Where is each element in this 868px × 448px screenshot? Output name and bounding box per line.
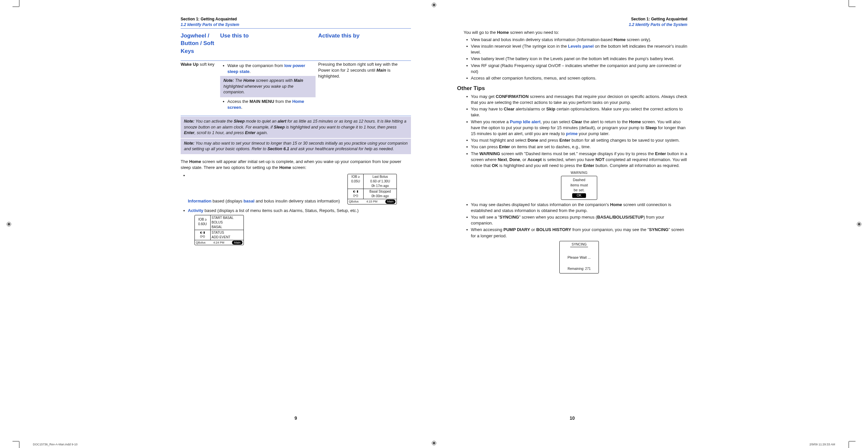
need-bullet-5: Access all other companion functions, me… — [471, 75, 687, 81]
tip-2: You may have to Clear alerts/alarms or S… — [471, 106, 687, 118]
footer-filename: DOC15736_Rev-A-Man.indd 9-10 — [33, 442, 78, 447]
tip-5: You can press Enter on items that are se… — [471, 144, 687, 150]
section-label: Section 1: Getting Acquainted — [181, 16, 411, 22]
col-header-activate: Activate this by — [318, 31, 411, 61]
home-screen-activity-preview: IOB ≥0.60U START BASALBOLUSBASAL ◐ ▮((•)… — [194, 215, 244, 245]
running-header-left: Section 1: Getting Acquainted 1.2 Identi… — [181, 16, 411, 28]
inline-note: Note: The Home screen appears with Main … — [220, 76, 315, 97]
divider — [181, 28, 411, 29]
tip-9: When accessing PUMP DIARY or BOLUS HISTO… — [471, 227, 687, 273]
levels-panel-icon: ◐ ▮((•)) — [348, 189, 364, 199]
tip-3: When you receive a Pump Idle alert, you … — [471, 119, 687, 137]
page-right: Section 1: Getting Acquainted 1.2 Identi… — [457, 13, 687, 428]
need-bullet-3: View battery level (The battery icon in … — [471, 56, 687, 62]
need-bullet-1: View basal and bolus insulin delivery st… — [471, 37, 687, 43]
tip-1: You may get CONFIRMATION screens and mes… — [471, 94, 687, 105]
page-left: Section 1: Getting Acquainted 1.2 Identi… — [181, 13, 411, 428]
home-screen-intro: The Home screen will appear after initia… — [181, 159, 411, 171]
tip-4: You must highlight and select Done and p… — [471, 137, 687, 143]
tip-6: The WARNING screen with "Dashed items mu… — [471, 151, 687, 200]
page-number-right: 10 — [457, 415, 687, 422]
row-activate-cell: Pressing the bottom right soft key with … — [318, 61, 411, 112]
need-bullet-4: View RF signal (Radio Frequency signal O… — [471, 63, 687, 75]
footer-timestamp: 2/9/09 11:29:33 AM — [809, 442, 835, 447]
home-screen-info-preview: IOB ≥0.05U Last Bolus0.60 of 1.30U0h 17m… — [347, 174, 397, 204]
col-header-control: Jogwheel / Button / Soft Keys — [181, 31, 220, 61]
page-number-left: 9 — [181, 415, 411, 422]
use-bullet-2: Access the MAIN MENU from the Home scree… — [227, 99, 315, 110]
section-sub: 1.2 Identify Parts of the System — [181, 22, 411, 28]
section-sub: 1.2 Identify Parts of the System — [457, 22, 687, 28]
need-bullet-2: View insulin reservoir level (The syring… — [471, 43, 687, 55]
right-intro: You will go to the Home screen when you … — [464, 30, 687, 35]
option-information: Information based (displays basal and bo… — [188, 173, 411, 204]
levels-panel-icon: ◐ ▮((•)) — [195, 230, 211, 240]
note-sleep: Note: You can activate the Sleep mode to… — [181, 117, 411, 138]
syncing-screen-preview: SYNCING Please Wait ... Remaining: 271 — [559, 241, 599, 273]
option-activity: Activity based (displays a list of menu … — [188, 208, 411, 245]
row-control-name: Wake Up soft key — [181, 61, 220, 112]
section-label: Section 1: Getting Acquainted — [457, 16, 687, 22]
ok-button-preview: OK — [572, 193, 586, 198]
col-header-use: Use this to — [220, 31, 318, 61]
tip-8: You will see a "SYNCING" screen when you… — [471, 214, 687, 226]
tip-7: You may see dashes displayed for status … — [471, 202, 687, 214]
other-tips-heading: Other Tips — [457, 84, 687, 92]
note-timeout: Note: You may also want to set your time… — [181, 139, 411, 154]
use-bullet-1: Wake up the companion from low power sle… — [227, 63, 315, 75]
row-use-cell: Wake up the companion from low power sle… — [220, 61, 318, 112]
warning-screen-preview: WARNING Dashed items must be set. OK — [561, 171, 597, 200]
function-table: Jogwheel / Button / Soft Keys Use this t… — [181, 31, 411, 116]
running-header-right: Section 1: Getting Acquainted 1.2 Identi… — [457, 16, 687, 28]
